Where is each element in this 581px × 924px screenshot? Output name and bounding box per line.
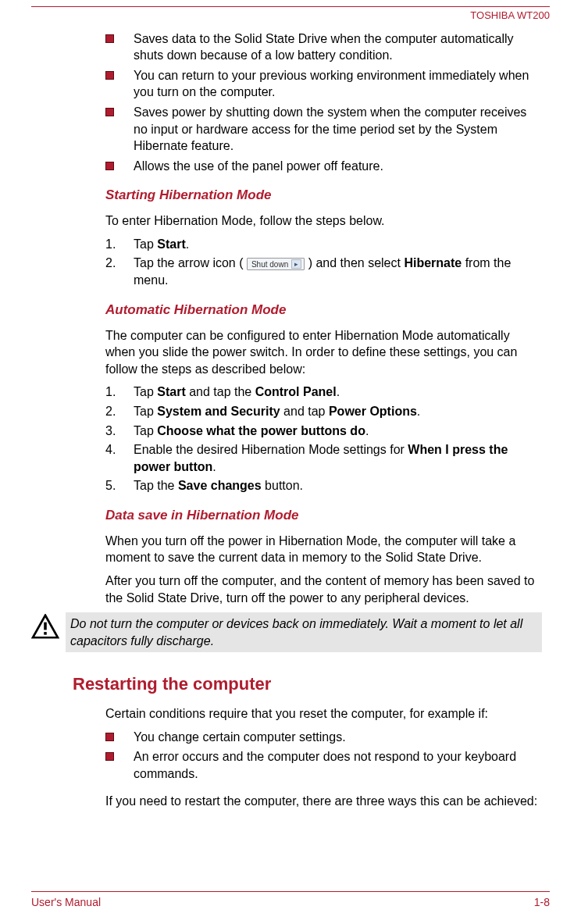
bold-text: Control Panel <box>255 385 337 398</box>
intro-bullet-list: Saves data to the Solid State Drive when… <box>105 30 542 175</box>
shutdown-label: Shut down <box>251 260 288 269</box>
text: . <box>337 385 340 398</box>
header-model: TOSHIBA WT200 <box>31 9 550 23</box>
heading-data-save: Data save in Hibernation Mode <box>105 507 542 525</box>
bold-text: Choose what the power buttons do <box>157 424 365 437</box>
list-item: An error occurs and the computer does no… <box>105 748 542 782</box>
steps-automatic: Tap Start and tap the Control Panel. Tap… <box>105 384 542 494</box>
text: . <box>417 405 420 418</box>
paragraph: To enter Hibernation Mode, follow the st… <box>105 212 542 230</box>
text: . <box>186 237 189 251</box>
bold-text: Start <box>157 385 185 398</box>
bold-text: System and Security <box>157 405 280 418</box>
text: . <box>365 424 369 437</box>
step-item: Tap the Save changes button. <box>105 477 542 494</box>
arrow-icon: ▸ <box>291 259 301 269</box>
restart-bullet-list: You change certain computer settings. An… <box>105 729 542 783</box>
steps-starting: Tap Start. Tap the arrow icon ( Shut dow… <box>105 236 542 289</box>
text: Tap the <box>134 479 178 492</box>
text: Enable the desired Hibernation Mode sett… <box>134 443 408 456</box>
list-item: You change certain computer settings. <box>105 729 542 746</box>
heading-starting-hibernation: Starting Hibernation Mode <box>105 187 542 205</box>
page-footer: User's Manual 1-8 <box>31 891 550 910</box>
text: Tap <box>134 385 157 398</box>
step-item: Tap Start and tap the Control Panel. <box>105 384 542 401</box>
paragraph: If you need to restart the computer, the… <box>105 793 542 810</box>
step-item: Tap the arrow icon ( Shut down▸ ) and th… <box>105 255 542 288</box>
step-item: Enable the desired Hibernation Mode sett… <box>105 441 542 475</box>
step-item: Tap Start. <box>105 236 542 253</box>
caution-note: Do not turn the computer or devices back… <box>31 612 542 652</box>
bold-text: Power Options <box>329 405 417 418</box>
text: Tap <box>134 424 157 437</box>
list-item: You can return to your previous working … <box>105 67 542 101</box>
bold-text: Start <box>157 237 185 251</box>
step-item: Tap Choose what the power buttons do. <box>105 423 542 440</box>
bold-text: Hibernate <box>404 256 462 269</box>
shutdown-button-image: Shut down▸ <box>247 258 305 270</box>
paragraph: Certain conditions require that you rese… <box>105 705 542 722</box>
list-item: Allows the use of the panel power off fe… <box>105 158 542 175</box>
text: Tap the arrow icon ( <box>134 256 247 269</box>
text: button. <box>262 479 303 492</box>
list-item: Saves power by shutting down the system … <box>105 104 542 155</box>
paragraph: When you turn off the power in Hibernati… <box>105 533 542 566</box>
text: Tap <box>134 405 157 418</box>
svg-rect-1 <box>44 623 47 630</box>
text: and tap the <box>186 385 255 398</box>
step-item: Tap System and Security and tap Power Op… <box>105 403 542 420</box>
text: Tap <box>134 237 157 251</box>
footer-left: User's Manual <box>31 895 101 910</box>
heading-automatic-hibernation: Automatic Hibernation Mode <box>105 301 542 319</box>
text: ) and then select <box>305 256 404 269</box>
bold-text: Save changes <box>178 479 262 492</box>
paragraph: The computer can be configured to enter … <box>105 327 542 378</box>
paragraph: After you turn off the computer, and the… <box>105 573 542 606</box>
text: and tap <box>280 405 329 418</box>
caution-text: Do not turn the computer or devices back… <box>66 612 542 652</box>
caution-icon <box>31 614 59 639</box>
text: . <box>212 460 216 473</box>
heading-restarting: Restarting the computer <box>73 672 542 696</box>
list-item: Saves data to the Solid State Drive when… <box>105 30 542 64</box>
svg-rect-2 <box>44 632 47 635</box>
footer-page-number: 1-8 <box>534 895 550 910</box>
